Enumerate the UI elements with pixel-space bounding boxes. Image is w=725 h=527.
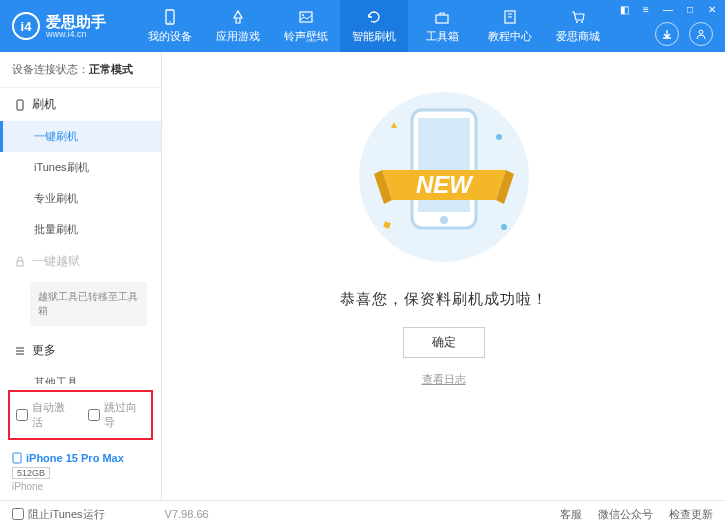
menu-item-oneclick[interactable]: 一键刷机: [0, 121, 161, 152]
minimize-icon[interactable]: —: [661, 2, 675, 16]
device-name[interactable]: iPhone 15 Pro Max: [12, 452, 149, 464]
svg-point-10: [699, 30, 703, 34]
flash-icon: [14, 99, 26, 111]
view-log-link[interactable]: 查看日志: [422, 372, 466, 387]
menu-section-jailbreak: 一键越狱: [0, 245, 161, 278]
footer: 阻止iTunes运行 V7.98.66 客服 微信公众号 检查更新: [0, 500, 725, 527]
svg-rect-11: [17, 100, 23, 110]
menu-item-pro[interactable]: 专业刷机: [0, 183, 161, 214]
option-auto-activate[interactable]: 自动激活: [16, 400, 74, 430]
top-nav: 我的设备 应用游戏 铃声壁纸 智能刷机 工具箱 教程中心 爱思商城: [136, 0, 612, 52]
apps-icon: [229, 8, 247, 26]
svg-point-24: [496, 134, 502, 140]
svg-point-8: [576, 21, 578, 23]
skip-guide-checkbox[interactable]: [88, 409, 100, 421]
close-icon[interactable]: ✕: [705, 2, 719, 16]
block-itunes-option[interactable]: 阻止iTunes运行: [12, 507, 105, 522]
window-controls: ◧ ≡ — □ ✕: [617, 2, 719, 16]
svg-point-9: [581, 21, 583, 23]
nav-tutorial[interactable]: 教程中心: [476, 0, 544, 52]
sidebar: 设备连接状态：正常模式 刷机 一键刷机 iTunes刷机 专业刷机 批量刷机 一…: [0, 52, 162, 500]
refresh-icon: [365, 8, 383, 26]
nav-toolbox[interactable]: 工具箱: [408, 0, 476, 52]
nav-apps[interactable]: 应用游戏: [204, 0, 272, 52]
svg-rect-4: [436, 15, 448, 23]
success-illustration: NEW: [334, 82, 554, 272]
jailbreak-note: 越狱工具已转移至工具箱: [30, 282, 147, 326]
download-button[interactable]: [655, 22, 679, 46]
skin-icon[interactable]: ◧: [617, 2, 631, 16]
nav-label: 应用游戏: [216, 29, 260, 44]
footer-update[interactable]: 检查更新: [669, 507, 713, 522]
device-phone-icon: [12, 452, 22, 464]
maximize-icon[interactable]: □: [683, 2, 697, 16]
svg-point-3: [302, 14, 304, 16]
device-info: iPhone 15 Pro Max 512GB iPhone: [0, 446, 161, 500]
menu-section-flash[interactable]: 刷机: [0, 88, 161, 121]
version-label: V7.98.66: [165, 508, 209, 520]
nav-my-device[interactable]: 我的设备: [136, 0, 204, 52]
svg-rect-12: [17, 261, 23, 266]
footer-support[interactable]: 客服: [560, 507, 582, 522]
logo-badge: i4: [12, 12, 40, 40]
connection-status: 设备连接状态：正常模式: [0, 52, 161, 88]
svg-point-20: [440, 216, 448, 224]
footer-wechat[interactable]: 微信公众号: [598, 507, 653, 522]
success-message: 恭喜您，保资料刷机成功啦！: [340, 290, 548, 309]
menu-section-more[interactable]: 更多: [0, 334, 161, 367]
option-skip-guide[interactable]: 跳过向导: [88, 400, 146, 430]
svg-rect-16: [13, 453, 21, 463]
nav-label: 教程中心: [488, 29, 532, 44]
options-row: 自动激活 跳过向导: [8, 390, 153, 440]
nav-flash[interactable]: 智能刷机: [340, 0, 408, 52]
image-icon: [297, 8, 315, 26]
device-model: iPhone: [12, 481, 149, 492]
app-title: 爱思助手: [46, 14, 106, 29]
user-button[interactable]: [689, 22, 713, 46]
logo: i4 爱思助手 www.i4.cn: [0, 12, 118, 40]
nav-store[interactable]: 爱思商城: [544, 0, 612, 52]
block-itunes-checkbox[interactable]: [12, 508, 24, 520]
more-icon: [14, 345, 26, 357]
menu-icon[interactable]: ≡: [639, 2, 653, 16]
auto-activate-checkbox[interactable]: [16, 409, 28, 421]
svg-point-26: [501, 224, 507, 230]
nav-label: 智能刷机: [352, 29, 396, 44]
menu-item-batch[interactable]: 批量刷机: [0, 214, 161, 245]
nav-label: 我的设备: [148, 29, 192, 44]
phone-icon: [161, 8, 179, 26]
toolbox-icon: [433, 8, 451, 26]
nav-label: 爱思商城: [556, 29, 600, 44]
menu-item-other[interactable]: 其他工具: [0, 367, 161, 384]
book-icon: [501, 8, 519, 26]
nav-ringtone[interactable]: 铃声壁纸: [272, 0, 340, 52]
header: i4 爱思助手 www.i4.cn 我的设备 应用游戏 铃声壁纸 智能刷机 工具…: [0, 0, 725, 52]
menu-item-itunes[interactable]: iTunes刷机: [0, 152, 161, 183]
ribbon-text: NEW: [416, 171, 474, 198]
nav-label: 工具箱: [426, 29, 459, 44]
main-content: NEW 恭喜您，保资料刷机成功啦！ 确定 查看日志: [162, 52, 725, 500]
nav-label: 铃声壁纸: [284, 29, 328, 44]
app-url: www.i4.cn: [46, 29, 106, 39]
cart-icon: [569, 8, 587, 26]
confirm-button[interactable]: 确定: [403, 327, 485, 358]
svg-point-1: [169, 21, 171, 23]
lock-icon: [14, 256, 26, 268]
device-storage: 512GB: [12, 467, 50, 479]
